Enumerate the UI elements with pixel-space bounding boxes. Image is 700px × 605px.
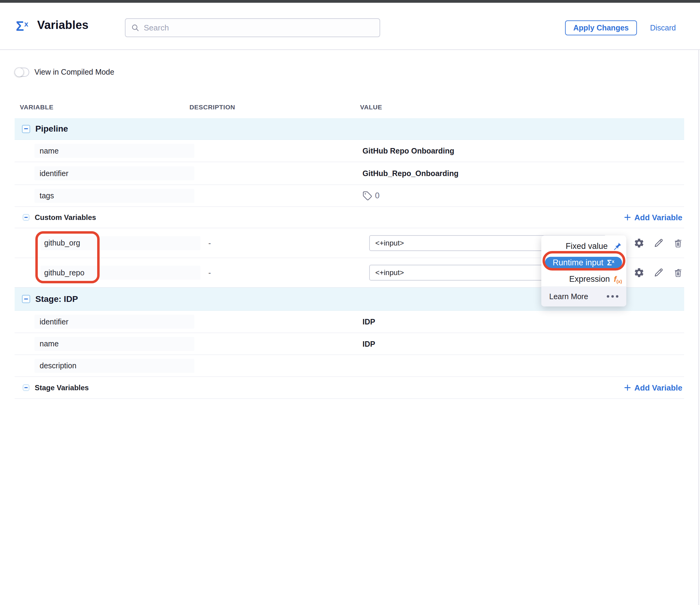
pencil-icon[interactable] [653, 237, 664, 249]
value-type-menu: Fixed value Runtime input Σx Expression … [541, 235, 626, 306]
fx-icon: f(x) [614, 275, 622, 284]
plus-icon [624, 384, 631, 392]
trash-icon[interactable] [673, 237, 683, 249]
add-variable-button[interactable]: Add Variable [624, 212, 683, 222]
pipeline-group-title: Pipeline [35, 124, 68, 134]
pencil-icon[interactable] [653, 267, 664, 278]
table-row-stage-name: name IDP [15, 333, 684, 355]
menu-item-runtime-input[interactable]: Runtime input Σx [541, 254, 626, 271]
plus-icon [624, 213, 631, 222]
runtime-input-selected-pill[interactable]: Runtime input Σx [545, 257, 622, 268]
column-header-value: VALUE [360, 104, 382, 111]
table-row-pipeline-name: name GitHub Repo Onboarding [15, 140, 684, 162]
stage-group-title: Stage: IDP [35, 294, 78, 304]
sigma-x-icon: Σx [16, 19, 28, 34]
window-top-bar [0, 0, 700, 3]
search-box[interactable] [125, 18, 380, 37]
collapse-minus-icon[interactable] [22, 295, 30, 303]
stage-variables-header-row: Stage Variables Add Variable [15, 377, 684, 399]
trash-icon[interactable] [673, 267, 683, 278]
apply-changes-button[interactable]: Apply Changes [565, 20, 637, 35]
menu-item-expression[interactable]: Expression f(x) [541, 271, 626, 287]
scrollbar-track[interactable] [698, 4, 699, 605]
table-row-stage-identifier: identifier IDP [15, 311, 684, 333]
tags-value: 0 [362, 191, 379, 201]
search-icon [131, 23, 140, 32]
variable-value: GitHub Repo Onboarding [362, 147, 454, 155]
custom-variables-header-row: Custom Variables Add Variable [15, 207, 684, 228]
add-variable-button[interactable]: Add Variable [624, 383, 683, 393]
table-row-stage-description: description [15, 355, 684, 377]
ellipsis-icon [607, 295, 618, 298]
column-header-variable: VARIABLE [20, 104, 54, 111]
menu-item-fixed-value[interactable]: Fixed value [541, 238, 626, 254]
stage-variables-title: Stage Variables [35, 383, 89, 392]
variable-label: name [34, 337, 194, 351]
variable-label: name [34, 144, 194, 158]
search-input[interactable] [144, 23, 357, 32]
compiled-mode-toggle[interactable] [15, 68, 29, 77]
toggle-knob [15, 68, 24, 77]
variables-panel: Σx Variables Apply Changes Discard View … [0, 0, 700, 605]
pipeline-group-row: Pipeline [15, 118, 684, 140]
variable-description: - [208, 268, 211, 277]
page-title: Variables [37, 19, 89, 32]
table-row-pipeline-tags: tags 0 [15, 185, 684, 207]
variable-label: github_repo [41, 266, 200, 280]
variable-label: github_org [41, 236, 200, 250]
tag-icon [362, 191, 372, 201]
collapse-minus-icon[interactable] [22, 125, 30, 133]
variable-description: - [208, 238, 211, 247]
collapse-minus-icon[interactable] [23, 384, 29, 391]
gear-icon[interactable] [633, 267, 645, 278]
variable-value: GitHub_Repo_Onboarding [362, 169, 458, 178]
panel-header: Σx Variables Apply Changes Discard [0, 3, 700, 50]
learn-more-button[interactable]: Learn More [541, 286, 626, 306]
variable-label: description [34, 359, 194, 373]
variable-value: IDP [362, 318, 375, 326]
variable-label: identifier [34, 166, 194, 180]
variable-label: tags [34, 189, 194, 203]
discard-button[interactable]: Discard [650, 23, 676, 32]
tags-count: 0 [375, 191, 379, 200]
variable-value: IDP [362, 339, 375, 348]
column-header-description: DESCRIPTION [190, 104, 235, 111]
table-row-pipeline-identifier: identifier GitHub_Repo_Onboarding [15, 162, 684, 185]
variable-label: identifier [34, 315, 194, 329]
collapse-minus-icon[interactable] [23, 214, 29, 221]
runtime-sigma-icon: Σx [607, 258, 615, 268]
compiled-mode-label: View in Compiled Mode [34, 68, 114, 76]
pin-icon [612, 241, 622, 251]
gear-icon[interactable] [633, 237, 645, 249]
custom-variables-title: Custom Variables [35, 213, 96, 222]
